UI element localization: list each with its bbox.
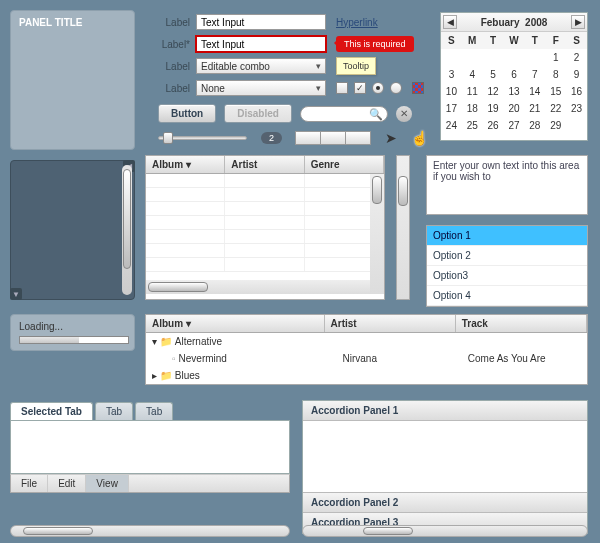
tree-file-row[interactable]: ▫Nevermind Nirvana Come As You Are [146, 350, 587, 367]
cal-day[interactable]: 28 [524, 117, 545, 134]
cal-day[interactable]: 3 [441, 66, 462, 83]
cal-dow: T [524, 32, 545, 49]
tooltip: Tooltip [336, 57, 376, 75]
close-button[interactable]: ✕ [396, 106, 412, 122]
list-item[interactable]: Option 4 [427, 286, 587, 306]
slider[interactable] [158, 136, 247, 140]
cal-dow: W [504, 32, 525, 49]
cal-day[interactable]: 11 [462, 83, 483, 100]
accordion-header-2[interactable]: Accordion Panel 2 [303, 493, 587, 513]
hscroll-right[interactable] [302, 525, 588, 537]
expander-icon[interactable]: ▾ [152, 336, 157, 347]
file-icon: ▫ [172, 353, 176, 364]
expander-icon[interactable]: ▸ [152, 370, 157, 381]
tree-col-track[interactable]: Track [456, 315, 587, 332]
calendar-next[interactable]: ▶ [571, 15, 585, 29]
cal-day[interactable]: 27 [504, 117, 525, 134]
search-icon[interactable]: 🔍 [369, 108, 383, 121]
cal-day [504, 49, 525, 66]
cal-day[interactable]: 4 [462, 66, 483, 83]
grid-scroll-v[interactable] [370, 174, 384, 294]
editable-combo[interactable]: Editable combo [196, 58, 326, 74]
cal-day[interactable]: 6 [504, 66, 525, 83]
list-item[interactable]: Option3 [427, 266, 587, 286]
menu-edit[interactable]: Edit [48, 475, 86, 492]
segmented-control[interactable] [296, 131, 371, 145]
menu-view[interactable]: View [86, 475, 129, 492]
menu-file[interactable]: File [11, 475, 48, 492]
color-picker-icon[interactable] [412, 82, 424, 94]
text-input-1[interactable] [196, 14, 326, 30]
cal-day[interactable]: 1 [545, 49, 566, 66]
tree-grid: Album ▾ Artist Track ▾ 📁Alternative ▫Nev… [145, 314, 588, 385]
col-album[interactable]: Album ▾ [146, 156, 225, 173]
tree-folder-row[interactable]: ▾ 📁Alternative [146, 333, 587, 350]
cal-day[interactable]: 19 [483, 100, 504, 117]
menu-bar: File Edit View [10, 474, 290, 493]
cal-day[interactable]: 29 [545, 117, 566, 134]
dark-panel-vscroll[interactable] [122, 165, 132, 295]
cal-day[interactable]: 7 [524, 66, 545, 83]
cal-day[interactable]: 22 [545, 100, 566, 117]
cursor-hand-icon: ☝️ [411, 130, 428, 146]
cal-day[interactable]: 15 [545, 83, 566, 100]
tab-selected[interactable]: Selected Tab [10, 402, 93, 420]
hscroll-left[interactable] [10, 525, 290, 537]
progress-bar [19, 336, 129, 344]
radio-empty[interactable] [390, 82, 402, 94]
cal-day[interactable]: 24 [441, 117, 462, 134]
cal-day [462, 49, 483, 66]
cal-day[interactable]: 12 [483, 83, 504, 100]
cal-day[interactable]: 18 [462, 100, 483, 117]
hyperlink[interactable]: Hyperlink [336, 17, 378, 28]
cal-dow: S [566, 32, 587, 49]
accordion: Accordion Panel 1 Accordion Panel 2 Acco… [302, 400, 588, 534]
tree-col-album[interactable]: Album ▾ [146, 315, 325, 332]
loading-panel: Loading... [10, 314, 135, 351]
cal-day[interactable]: 25 [462, 117, 483, 134]
standalone-vscroll[interactable] [396, 155, 410, 300]
cal-day[interactable]: 17 [441, 100, 462, 117]
cal-day[interactable]: 5 [483, 66, 504, 83]
accordion-header-1[interactable]: Accordion Panel 1 [303, 401, 587, 421]
form-row-4: Label None ✓ [150, 80, 424, 96]
grid-scroll-h[interactable] [146, 280, 370, 294]
folder-icon: 📁 [160, 336, 172, 347]
cal-day[interactable]: 13 [504, 83, 525, 100]
panel-nav-down[interactable]: ▼ [10, 288, 22, 300]
col-genre[interactable]: Genre [305, 156, 384, 173]
select-combo[interactable]: None [196, 80, 326, 96]
tab-2[interactable]: Tab [95, 402, 133, 420]
cal-day[interactable]: 14 [524, 83, 545, 100]
cal-day[interactable]: 26 [483, 117, 504, 134]
cal-day[interactable]: 21 [524, 100, 545, 117]
checkbox-empty[interactable] [336, 82, 348, 94]
col-artist[interactable]: Artist [225, 156, 304, 173]
slider-thumb[interactable] [163, 132, 173, 144]
primary-button[interactable]: Button [158, 104, 216, 123]
cal-day[interactable]: 23 [566, 100, 587, 117]
tree-folder-row[interactable]: ▸ 📁Blues [146, 367, 587, 384]
text-input-error[interactable] [196, 36, 326, 52]
tab-3[interactable]: Tab [135, 402, 173, 420]
cal-day[interactable]: 16 [566, 83, 587, 100]
tree-col-artist[interactable]: Artist [325, 315, 456, 332]
textarea[interactable]: Enter your own text into this area if yo… [426, 155, 588, 215]
tab-content [10, 420, 290, 474]
cal-day[interactable]: 8 [545, 66, 566, 83]
cal-day[interactable]: 10 [441, 83, 462, 100]
radio-selected[interactable] [372, 82, 384, 94]
cal-dow: S [441, 32, 462, 49]
list-item[interactable]: Option 1 [427, 226, 587, 246]
cal-day[interactable]: 2 [566, 49, 587, 66]
list-item[interactable]: Option 2 [427, 246, 587, 266]
search-input[interactable]: 🔍 [300, 106, 388, 122]
cal-day[interactable]: 20 [504, 100, 525, 117]
listbox[interactable]: Option 1 Option 2 Option3 Option 4 [426, 225, 588, 307]
checkbox-checked[interactable]: ✓ [354, 82, 366, 94]
calendar-prev[interactable]: ◀ [443, 15, 457, 29]
dark-panel: ◀ ▼ [10, 160, 135, 300]
vscroll-thumb[interactable] [123, 169, 131, 269]
cal-day[interactable]: 9 [566, 66, 587, 83]
counter-badge: 2 [261, 132, 282, 144]
